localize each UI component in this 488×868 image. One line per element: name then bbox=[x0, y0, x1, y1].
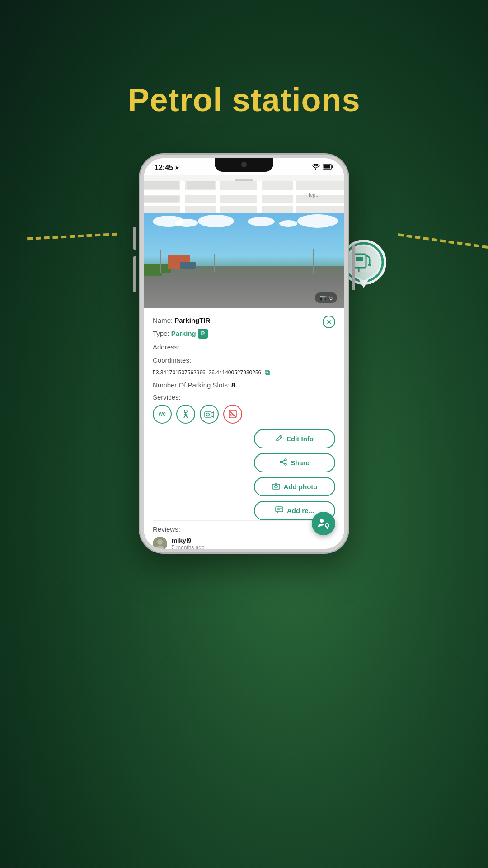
phone-notch bbox=[215, 158, 273, 172]
person-location-icon bbox=[317, 517, 330, 530]
volume-button-2 bbox=[133, 256, 136, 292]
svg-point-34 bbox=[285, 463, 286, 465]
location-photo: 📷 5 bbox=[144, 213, 344, 308]
service-wc: WC bbox=[153, 405, 172, 424]
cloud-6 bbox=[297, 214, 338, 228]
svg-rect-18 bbox=[187, 181, 215, 189]
notch-camera bbox=[241, 162, 247, 167]
svg-rect-16 bbox=[293, 181, 296, 213]
svg-point-46 bbox=[325, 524, 329, 527]
reviewer-info: mikyl9 5 months ago bbox=[172, 537, 205, 549]
svg-point-38 bbox=[275, 486, 277, 488]
svg-point-27 bbox=[206, 413, 210, 416]
share-icon bbox=[280, 458, 287, 467]
phone-frame: 12:45 ➤ bbox=[140, 155, 348, 552]
svg-rect-17 bbox=[144, 181, 179, 189]
review-item: mikyl9 5 months ago bbox=[153, 537, 335, 549]
cloud-3 bbox=[198, 215, 234, 227]
type-row: Type: Parking P bbox=[153, 329, 335, 339]
reviewer-time: 5 months ago bbox=[172, 544, 205, 549]
photo-count: 5 bbox=[329, 294, 333, 301]
name-label: Name: bbox=[153, 316, 173, 325]
svg-point-33 bbox=[280, 461, 282, 463]
wifi-icon bbox=[312, 164, 320, 172]
services-icons: WC bbox=[153, 405, 335, 424]
coordinates-value: 53.341701507562966, 26.4414005279302​56 bbox=[153, 369, 261, 376]
svg-point-32 bbox=[285, 459, 286, 461]
reviews-label: Reviews: bbox=[153, 525, 335, 533]
name-row: Name: ParkingTIR bbox=[153, 316, 335, 325]
comment-icon bbox=[275, 506, 283, 515]
svg-line-36 bbox=[282, 462, 285, 464]
svg-point-5 bbox=[368, 264, 371, 266]
dashed-line-right bbox=[398, 233, 488, 249]
close-button[interactable]: ✕ bbox=[323, 316, 335, 328]
add-photo-label: Add photo bbox=[284, 483, 318, 491]
info-panel: ✕ Name: ParkingTIR Type: Parking P Addre… bbox=[144, 308, 344, 549]
coordinates-label: Coordinates: bbox=[153, 355, 191, 365]
address-label: Address: bbox=[153, 342, 179, 352]
services-label: Services: bbox=[153, 393, 335, 401]
cloud-4 bbox=[248, 217, 275, 226]
service-no-fire: NO bbox=[223, 405, 242, 424]
svg-line-35 bbox=[282, 460, 285, 462]
svg-rect-15 bbox=[257, 181, 262, 213]
add-photo-button[interactable]: Add photo bbox=[254, 477, 335, 496]
volume-button-1 bbox=[133, 227, 136, 250]
svg-rect-37 bbox=[272, 484, 280, 489]
slots-value: 8 bbox=[231, 380, 235, 390]
share-label: Share bbox=[291, 459, 310, 467]
reviewer-avatar bbox=[153, 537, 167, 549]
page-title: Petrol stations bbox=[127, 81, 360, 118]
svg-point-43 bbox=[157, 539, 163, 545]
phone-mockup: 12:45 ➤ bbox=[140, 155, 348, 552]
battery-icon bbox=[323, 164, 333, 172]
cloud-5 bbox=[279, 220, 297, 227]
share-button[interactable]: Share bbox=[254, 453, 335, 472]
reviews-section: Reviews: mikyl9 5 months ago bbox=[153, 520, 335, 549]
reviewer-name: mikyl9 bbox=[172, 537, 205, 544]
svg-rect-39 bbox=[276, 507, 283, 512]
svg-rect-14 bbox=[216, 181, 220, 213]
svg-point-21 bbox=[184, 410, 187, 413]
fab-button[interactable] bbox=[312, 512, 335, 535]
svg-point-45 bbox=[320, 519, 324, 523]
copy-icon[interactable]: ⧉ bbox=[265, 368, 270, 377]
pole-3 bbox=[313, 249, 314, 274]
edit-info-label: Edit Info bbox=[286, 435, 314, 443]
grass-mid bbox=[144, 269, 162, 276]
slots-label: Number Of Parking Slots: bbox=[153, 380, 230, 390]
edit-icon bbox=[276, 434, 283, 443]
svg-rect-13 bbox=[180, 181, 185, 213]
camera-add-icon bbox=[272, 482, 280, 491]
coordinates-label-row: Coordinates: bbox=[153, 355, 335, 365]
type-label: Type: bbox=[153, 329, 169, 338]
svg-line-24 bbox=[186, 415, 188, 418]
car bbox=[180, 262, 196, 269]
camera-icon: 📷 bbox=[319, 294, 327, 301]
action-buttons: Edit Info Share bbox=[153, 429, 335, 520]
svg-text:Нер...: Нер... bbox=[306, 192, 319, 198]
parking-badge: P bbox=[198, 329, 208, 339]
location-arrow-icon: ➤ bbox=[175, 165, 179, 171]
svg-rect-12 bbox=[144, 203, 344, 206]
service-camera bbox=[200, 405, 219, 424]
map-svg: Нер... bbox=[144, 181, 344, 213]
power-button bbox=[352, 245, 355, 290]
svg-rect-9 bbox=[324, 165, 330, 169]
status-time: 12:45 bbox=[155, 164, 173, 172]
service-telephone bbox=[176, 405, 195, 424]
status-icons bbox=[312, 164, 333, 172]
svg-line-31 bbox=[280, 436, 281, 438]
edit-info-button[interactable]: Edit Info bbox=[254, 429, 335, 448]
pole-1 bbox=[160, 250, 161, 273]
photo-counter: 📷 5 bbox=[315, 292, 337, 303]
slots-row: Number Of Parking Slots: 8 bbox=[153, 380, 335, 390]
services-section: Services: WC bbox=[153, 393, 335, 424]
svg-rect-4 bbox=[356, 257, 363, 261]
add-review-label: Add re... bbox=[287, 507, 314, 514]
name-value: ParkingTIR bbox=[174, 316, 210, 325]
address-row: Address: bbox=[153, 342, 335, 352]
type-value: Parking bbox=[171, 329, 196, 338]
cloud-2 bbox=[175, 219, 198, 227]
